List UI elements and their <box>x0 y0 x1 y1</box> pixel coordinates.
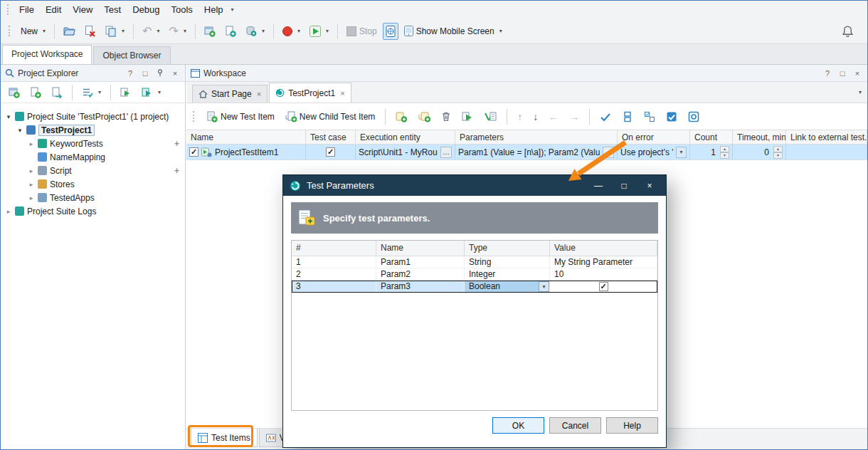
add-keywordtest-button[interactable]: + <box>174 139 179 149</box>
param-value-boolean[interactable] <box>550 281 657 292</box>
column-header-parameters[interactable]: Parameters <box>455 130 618 144</box>
parameter-row-selected[interactable]: 3 Param3 Boolean <box>292 281 657 293</box>
generate-item-button[interactable] <box>5 84 23 101</box>
save-all-button[interactable] <box>102 23 128 40</box>
expander-icon[interactable] <box>28 140 35 147</box>
enable-all-items-button[interactable] <box>596 108 615 125</box>
move-up-button[interactable]: ↑ <box>514 108 526 125</box>
panel-maximize-button[interactable]: □ <box>139 68 151 79</box>
tab-close-button[interactable]: × <box>257 90 261 98</box>
move-left-button[interactable]: ← <box>545 108 562 125</box>
tab-list-caret-icon[interactable] <box>859 89 862 95</box>
cell-link-external[interactable] <box>786 145 867 159</box>
cancel-button[interactable]: Cancel <box>549 417 601 434</box>
param-name[interactable]: Param3 <box>376 281 465 292</box>
disable-all-items-button[interactable] <box>618 108 637 125</box>
column-header-execution-entity[interactable]: Execution entity <box>356 130 455 144</box>
stop-button[interactable]: Stop <box>343 23 381 39</box>
add-existing-item-button[interactable] <box>221 23 240 40</box>
add-test-item-button[interactable] <box>392 108 411 125</box>
delete-test-item-button[interactable] <box>438 108 455 125</box>
menu-overflow-caret-icon[interactable] <box>231 6 234 13</box>
run-selected-item-button[interactable] <box>458 108 477 125</box>
panel-pin-button[interactable] <box>154 68 166 79</box>
tree-item-project-suite[interactable]: Project Suite 'TestProject1' (1 project) <box>1 110 185 123</box>
menu-tools[interactable]: Tools <box>165 1 198 18</box>
column-header-link-external[interactable]: Link to external test... <box>786 130 867 144</box>
mobile-screen-toggle-button[interactable] <box>383 23 398 40</box>
cell-execution-entity[interactable]: Script\Unit1 - MyRoutine … <box>356 145 455 159</box>
undo-button[interactable] <box>139 23 163 39</box>
add-existing-item-button[interactable] <box>48 84 66 101</box>
organize-items-button[interactable] <box>78 84 105 101</box>
type-dropdown-button[interactable] <box>539 281 549 292</box>
tab-test-items[interactable]: Test Items <box>191 429 258 447</box>
menu-file[interactable]: File <box>14 1 40 18</box>
radio-state-button[interactable] <box>684 108 703 125</box>
panel-close-button[interactable]: × <box>852 68 863 79</box>
panel-help-button[interactable]: ? <box>125 68 136 79</box>
close-document-button[interactable] <box>81 23 100 40</box>
cell-count[interactable]: 1 ▲▼ <box>690 145 733 159</box>
cell-test-case[interactable] <box>306 145 356 159</box>
column-header-test-case[interactable]: Test case <box>306 130 356 144</box>
menu-debug[interactable]: Debug <box>127 1 165 18</box>
param-type[interactable]: String <box>465 256 550 268</box>
cell-parameters[interactable]: Param1 (Value = [n\a]); Param2 (Valu... … <box>455 145 618 159</box>
browse-execution-entity-button[interactable]: … <box>440 147 452 158</box>
tree-item-keywordtests[interactable]: KeywordTests + <box>1 137 185 150</box>
cell-timeout[interactable]: 0 ▲▼ <box>733 145 786 159</box>
item-enabled-checkbox[interactable] <box>189 147 199 157</box>
help-button[interactable]: Help <box>606 417 658 434</box>
redo-button[interactable] <box>165 23 189 39</box>
add-child-test-item-button[interactable] <box>415 108 434 125</box>
check-child-items-button[interactable] <box>640 108 659 125</box>
notifications-button[interactable] <box>838 22 857 41</box>
expander-icon[interactable] <box>16 127 23 134</box>
run-project-suite-button[interactable] <box>138 84 164 101</box>
boolean-value-checkbox[interactable] <box>599 282 608 291</box>
checked-state-button[interactable] <box>662 108 681 125</box>
record-button[interactable] <box>279 23 304 39</box>
show-mobile-screen-button[interactable]: Show Mobile Screen <box>401 23 506 39</box>
expander-icon[interactable] <box>28 181 35 188</box>
tree-item-testproject1[interactable]: TestProject1 <box>1 123 185 137</box>
add-new-item-button[interactable] <box>201 23 219 40</box>
tab-testproject1[interactable]: TestProject1 × <box>269 83 351 103</box>
panel-maximize-button[interactable]: □ <box>837 68 848 79</box>
tree-item-namemapping[interactable]: NameMapping <box>1 150 185 164</box>
tree-item-testedapps[interactable]: TestedApps <box>1 191 185 204</box>
dialog-close-button[interactable]: × <box>640 179 660 193</box>
param-type[interactable]: Integer <box>465 268 550 280</box>
tab-project-workspace[interactable]: Project Workspace <box>2 45 92 64</box>
new-child-test-item-button[interactable]: New Child Test Item <box>282 108 379 125</box>
ok-button[interactable]: OK <box>492 417 544 434</box>
test-case-checkbox[interactable] <box>326 147 335 157</box>
param-type-combo[interactable]: Boolean <box>465 281 550 292</box>
run-button[interactable] <box>306 23 332 40</box>
menu-view[interactable]: View <box>67 1 98 18</box>
tab-close-button[interactable]: × <box>340 89 344 98</box>
tree-item-project-suite-logs[interactable]: Project Suite Logs <box>1 204 185 218</box>
timeout-stepper[interactable]: ▲▼ <box>773 146 783 159</box>
parameter-row[interactable]: 1 Param1 String My String Parameter <box>292 256 657 268</box>
cell-name[interactable]: ProjectTestItem1 <box>186 145 306 159</box>
run-focused-item-button[interactable] <box>480 108 500 125</box>
expander-icon[interactable] <box>28 167 35 174</box>
count-stepper[interactable]: ▲▼ <box>720 146 729 159</box>
column-header-name[interactable]: Name <box>186 130 306 144</box>
parameter-row[interactable]: 2 Param2 Integer 10 <box>292 268 657 281</box>
column-header-on-error[interactable]: On error <box>618 130 690 144</box>
database-options-button[interactable] <box>242 23 268 40</box>
tab-start-page[interactable]: Start Page × <box>192 85 268 103</box>
param-value[interactable]: My String Parameter <box>550 256 657 268</box>
column-header-type[interactable]: Type <box>465 241 550 256</box>
panel-close-button[interactable]: × <box>169 68 181 79</box>
move-down-button[interactable]: ↓ <box>529 108 541 125</box>
tab-object-browser[interactable]: Object Browser <box>93 46 170 64</box>
add-new-item-button[interactable] <box>26 84 45 101</box>
add-script-button[interactable]: + <box>174 166 179 176</box>
tree-item-script[interactable]: Script + <box>1 164 185 177</box>
open-button[interactable] <box>60 23 79 39</box>
new-button[interactable]: New <box>17 23 49 39</box>
